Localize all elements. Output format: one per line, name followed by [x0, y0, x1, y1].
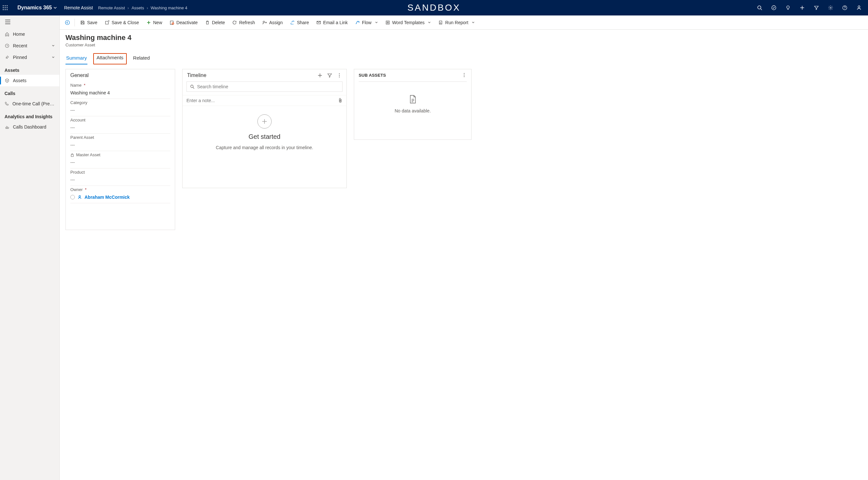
field-value-category[interactable]: --- [70, 105, 170, 116]
task-icon[interactable] [767, 0, 780, 15]
svg-point-12 [830, 7, 831, 8]
account-icon[interactable] [852, 0, 865, 15]
svg-point-14 [844, 9, 845, 9]
timeline-note-entry[interactable] [183, 95, 346, 106]
more-icon[interactable] [462, 72, 467, 78]
run-report-button[interactable]: Run Report [435, 18, 478, 28]
cmd-label: Assign [269, 20, 283, 25]
assign-button[interactable]: Assign [259, 18, 286, 28]
timeline-section: Timeline [182, 69, 347, 188]
svg-line-10 [761, 9, 762, 10]
word-templates-button[interactable]: Word Templates [382, 18, 434, 28]
breadcrumb-item[interactable]: Washing machine 4 [151, 5, 187, 10]
sidebar-item-home[interactable]: Home [0, 28, 59, 40]
status-ring-icon [70, 195, 75, 199]
chevron-down-icon[interactable] [375, 21, 378, 24]
svg-point-32 [464, 75, 464, 75]
breadcrumb-item[interactable]: Remote Assist [98, 5, 125, 10]
cmd-label: Deactivate [177, 20, 198, 25]
entity-name: Customer Asset [65, 42, 862, 47]
owner-link[interactable]: Abraham McCormick [85, 195, 130, 200]
email-link-button[interactable]: Email a Link [313, 18, 351, 28]
product-chevron-icon[interactable] [53, 6, 61, 10]
tab-related[interactable]: Related [132, 53, 151, 64]
timeline-search-input[interactable] [197, 84, 339, 89]
svg-point-17 [65, 20, 70, 25]
chevron-down-icon[interactable] [428, 21, 431, 24]
tab-attachments[interactable]: Attachments [93, 53, 126, 64]
svg-point-20 [263, 21, 265, 23]
field-value-name[interactable]: Washing machine 4 [70, 88, 170, 99]
plus-icon [146, 20, 151, 25]
flow-button[interactable]: Flow [351, 18, 381, 28]
cmd-label: Save [87, 20, 97, 25]
cmd-label: Word Templates [392, 20, 425, 25]
cmd-label: Email a Link [323, 20, 348, 25]
word-icon [385, 20, 390, 25]
trash-icon [205, 20, 210, 25]
svg-line-30 [193, 87, 194, 89]
field-value-owner[interactable]: Abraham McCormick [70, 192, 170, 203]
save-close-icon [104, 20, 110, 25]
share-icon [290, 20, 295, 25]
mail-icon [316, 20, 321, 25]
attachment-icon[interactable] [338, 98, 343, 103]
field-value-parent-asset[interactable]: --- [70, 140, 170, 151]
add-circle-icon[interactable] [257, 114, 272, 129]
sidebar-item-calls-dashboard[interactable]: Calls Dashboard [0, 121, 59, 133]
search-icon[interactable] [753, 0, 766, 15]
save-close-button[interactable]: Save & Close [101, 18, 142, 28]
cmd-label: Refresh [239, 20, 255, 25]
field-label-category: Category [70, 100, 170, 105]
lightbulb-icon[interactable] [781, 0, 795, 15]
add-record-icon[interactable] [317, 73, 322, 78]
breadcrumb-item[interactable]: Assets [132, 5, 144, 10]
main-area: Save Save & Close New Deactivate Delete … [60, 15, 868, 480]
product-name[interactable]: Dynamics 365 [16, 5, 53, 11]
sidebar-item-label: Pinned [13, 55, 27, 60]
filter-icon[interactable] [810, 0, 823, 15]
hamburger-icon[interactable] [0, 15, 59, 28]
field-value-account[interactable]: --- [70, 123, 170, 134]
svg-point-2 [7, 5, 8, 6]
page-title: Washing machine 4 [65, 34, 862, 42]
gear-icon[interactable] [824, 0, 837, 15]
delete-button[interactable]: Delete [202, 18, 228, 28]
cmd-label: Delete [212, 20, 225, 25]
deactivate-button[interactable]: Deactivate [166, 18, 201, 28]
chart-icon [4, 124, 10, 130]
svg-point-7 [5, 9, 6, 10]
sidebar-group-analytics: Analytics and Insights [0, 109, 59, 121]
filter-icon[interactable] [327, 73, 332, 78]
go-back-button[interactable] [62, 18, 72, 28]
timeline-search[interactable] [186, 81, 343, 92]
global-nav: Dynamics 365 Remote Assist Remote Assist… [0, 0, 868, 15]
add-icon[interactable] [796, 0, 809, 15]
share-button[interactable]: Share [286, 18, 312, 28]
cube-icon [4, 78, 10, 83]
save-button[interactable]: Save [77, 18, 101, 28]
note-input[interactable] [186, 98, 338, 103]
app-launcher-icon[interactable] [3, 5, 16, 10]
help-icon[interactable] [838, 0, 851, 15]
chevron-down-icon[interactable] [472, 21, 475, 24]
sub-assets-section: SUB ASSETS No data available. [354, 69, 472, 140]
refresh-button[interactable]: Refresh [229, 18, 258, 28]
tab-summary[interactable]: Summary [65, 53, 87, 64]
svg-point-28 [339, 77, 340, 77]
section-title: General [66, 69, 175, 81]
sidebar-item-onetime-call[interactable]: One-time Call (Previe... [0, 98, 59, 109]
app-name[interactable]: Remote Assist [61, 5, 98, 10]
more-icon[interactable] [337, 73, 342, 78]
new-button[interactable]: New [143, 18, 165, 28]
person-icon [78, 195, 82, 199]
svg-point-0 [3, 5, 4, 6]
empty-text: No data available. [395, 108, 431, 113]
deactivate-icon [169, 20, 175, 25]
sidebar-item-pinned[interactable]: Pinned [0, 52, 59, 63]
cmd-label: New [153, 20, 162, 25]
sidebar-item-recent[interactable]: Recent [0, 40, 59, 52]
sidebar-item-assets[interactable]: Assets [0, 75, 59, 86]
sidebar-item-label: Assets [13, 78, 26, 83]
field-value-product[interactable]: --- [70, 175, 170, 186]
